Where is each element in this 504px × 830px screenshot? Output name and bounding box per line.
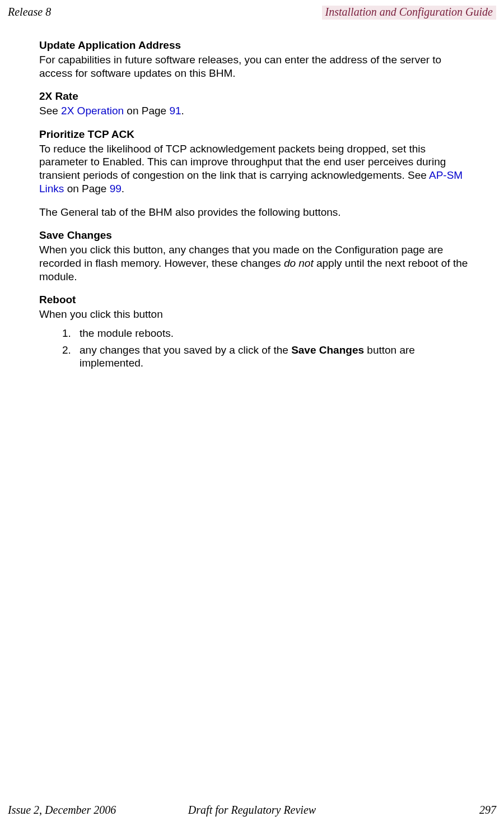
header-guide-title: Installation and Configuration Guide <box>322 6 496 20</box>
section-reboot: Reboot When you click this button the mo… <box>39 293 470 370</box>
link-page-99[interactable]: 99 <box>110 183 122 194</box>
list-item: any changes that you saved by a click of… <box>74 344 470 370</box>
section-save-changes: Save Changes When you click this button,… <box>39 229 470 283</box>
heading-save-changes: Save Changes <box>39 229 470 242</box>
para-reboot-intro: When you click this button <box>39 308 470 321</box>
text-on-page-2: on Page <box>64 183 109 194</box>
heading-update-application-address: Update Application Address <box>39 39 470 52</box>
para-general-tab-note: The General tab of the BHM also provides… <box>39 206 470 219</box>
text-see-prefix: See <box>39 105 61 117</box>
header-release: Release 8 <box>8 6 51 18</box>
text-reboot-step-1: the module reboots. <box>80 327 174 339</box>
section-prioritize-tcp-ack: Prioritize TCP ACK To reduce the likelih… <box>39 128 470 196</box>
para-prioritize-tcp-ack: To reduce the likelihood of TCP acknowle… <box>39 142 470 196</box>
para-general-tab-note-block: The General tab of the BHM also provides… <box>39 206 470 219</box>
para-2x-rate: See 2X Operation on Page 91. <box>39 104 470 118</box>
heading-prioritize-tcp-ack: Prioritize TCP ACK <box>39 128 470 141</box>
footer-page-number: 297 <box>479 804 496 817</box>
section-2x-rate: 2X Rate See 2X Operation on Page 91. <box>39 90 470 118</box>
page-footer: Issue 2, December 2006 Draft for Regulat… <box>0 804 504 817</box>
para-save-changes: When you click this button, any changes … <box>39 243 470 283</box>
text-reboot-step-2-prefix: any changes that you saved by a click of… <box>80 344 291 356</box>
heading-reboot: Reboot <box>39 293 470 307</box>
page-header: Release 8 Installation and Configuration… <box>0 0 504 20</box>
page-content: Update Application Address For capabilit… <box>0 20 504 370</box>
text-do-not-italic: do not <box>284 257 314 269</box>
list-reboot-steps: the module reboots. any changes that you… <box>39 327 470 370</box>
text-save-changes-bold: Save Changes <box>291 344 364 356</box>
link-2x-operation[interactable]: 2X Operation <box>61 105 124 117</box>
text-on-page: on Page <box>124 105 169 117</box>
link-page-91[interactable]: 91 <box>169 105 181 117</box>
list-item: the module reboots. <box>74 327 470 340</box>
heading-2x-rate: 2X Rate <box>39 90 470 103</box>
text-period-2: . <box>122 183 124 194</box>
page: Release 8 Installation and Configuration… <box>0 0 504 830</box>
section-update-application-address: Update Application Address For capabilit… <box>39 39 470 80</box>
text-period: . <box>181 105 184 117</box>
para-update-application-address: For capabilities in future software rele… <box>39 53 470 80</box>
text-prioritize-body: To reduce the likelihood of TCP acknowle… <box>39 143 446 182</box>
footer-issue-date: Issue 2, December 2006 <box>8 804 116 817</box>
